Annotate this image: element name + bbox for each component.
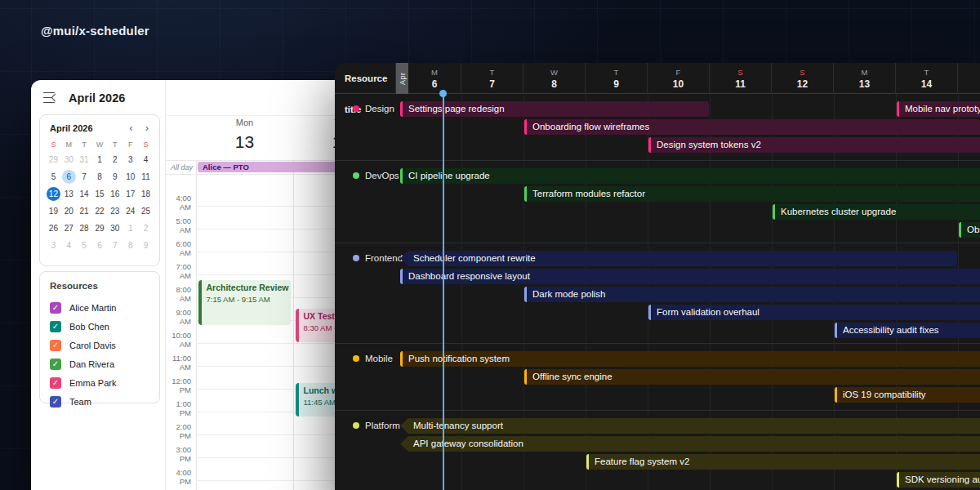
- resource-item[interactable]: ✓Alice Martin: [50, 298, 149, 317]
- mini-calendar-day[interactable]: 10: [122, 168, 138, 185]
- mini-calendar-day[interactable]: 23: [107, 203, 122, 220]
- mini-calendar-day[interactable]: 29: [92, 220, 108, 237]
- timeline-event[interactable]: CI pipeline upgrade: [400, 168, 980, 184]
- timeline-resource-name: Platform: [365, 418, 400, 434]
- mini-calendar-day[interactable]: 29: [46, 151, 61, 168]
- mini-calendar-day[interactable]: 27: [61, 220, 77, 237]
- timeline-event[interactable]: Offline sync engine: [524, 369, 980, 385]
- mini-calendar-day[interactable]: 16: [107, 185, 122, 203]
- resource-name: Dan Rivera: [69, 359, 114, 369]
- hour-label: 11:00 AM: [165, 354, 191, 372]
- timeline-event[interactable]: Settings page redesign: [400, 101, 709, 117]
- mini-calendar-day[interactable]: 9: [138, 237, 154, 254]
- mini-calendar-day[interactable]: 12: [46, 185, 61, 203]
- mini-calendar-day[interactable]: 7: [77, 168, 92, 185]
- next-month-icon[interactable]: ›: [145, 124, 149, 132]
- mini-calendar-day[interactable]: 25: [138, 203, 154, 220]
- hour-label: 9:00 AM: [165, 308, 191, 326]
- weekday-label: S: [138, 138, 154, 151]
- mini-calendar-day[interactable]: 9: [107, 168, 122, 185]
- resource-checkbox[interactable]: ✓: [50, 396, 61, 408]
- hour-label: 4:00 AM: [165, 194, 191, 212]
- timeline-event[interactable]: Onboarding flow wireframes: [524, 119, 980, 135]
- mini-calendar-day[interactable]: 30: [61, 151, 77, 168]
- timeline-day-header: T14: [896, 63, 958, 94]
- timeline-event[interactable]: Dashboard responsive layout: [400, 269, 980, 284]
- resource-name: Bob Chen: [69, 322, 109, 332]
- resource-checkbox[interactable]: ✓: [50, 302, 61, 314]
- timeline-event[interactable]: SDK versioning automation: [897, 472, 980, 488]
- mini-calendar-day[interactable]: 20: [61, 203, 77, 220]
- mini-calendar-day[interactable]: 3: [122, 151, 138, 168]
- week-grid-vline: [293, 160, 294, 490]
- mini-calendar-day[interactable]: 18: [138, 185, 154, 203]
- mini-calendar-day[interactable]: 21: [77, 203, 92, 220]
- calendar-event[interactable]: Architecture Review7:15 AM - 9:15 AM: [198, 280, 291, 325]
- mini-calendar-day[interactable]: 30: [107, 220, 122, 237]
- mini-calendar-day[interactable]: 15: [92, 185, 108, 203]
- timeline-day-header: S12: [772, 63, 834, 94]
- resource-item[interactable]: ✓Dan Rivera: [50, 354, 149, 373]
- calendar-title: April 2026: [69, 91, 125, 105]
- timeline-event[interactable]: Form validation overhaul: [648, 305, 980, 320]
- prev-month-icon[interactable]: ‹: [129, 124, 132, 132]
- resource-item[interactable]: ✓Carol Davis: [50, 336, 149, 354]
- hour-label: 1:00 PM: [165, 399, 191, 417]
- mini-calendar-day[interactable]: 22: [92, 203, 108, 220]
- timeline-event[interactable]: Feature flag system v2: [586, 454, 980, 470]
- resource-checkbox[interactable]: ✓: [50, 321, 61, 332]
- timeline-event[interactable]: Push notification system: [400, 351, 980, 367]
- mini-calendar-day[interactable]: 7: [107, 237, 122, 254]
- mini-calendar-day[interactable]: 8: [122, 237, 138, 254]
- mini-calendar-day[interactable]: 28: [77, 220, 92, 237]
- timeline-day-number: 6: [432, 78, 438, 90]
- mini-calendar-day[interactable]: 4: [61, 237, 77, 254]
- mini-calendar-day[interactable]: 4: [138, 151, 154, 168]
- mini-calendar-day[interactable]: 31: [77, 151, 92, 168]
- timeline-day-number: 14: [921, 78, 932, 90]
- mini-calendar-day[interactable]: 1: [92, 151, 108, 168]
- mini-calendar-day[interactable]: 2: [138, 220, 154, 237]
- timeline-event[interactable]: Scheduler component rewrite: [400, 251, 957, 266]
- timeline-day-letter: T: [614, 68, 619, 77]
- mini-calendar-day[interactable]: 8: [92, 168, 108, 185]
- resource-checkbox[interactable]: ✓: [50, 377, 61, 389]
- mini-calendar-day[interactable]: 5: [46, 168, 61, 185]
- mini-calendar-day[interactable]: 13: [61, 185, 77, 203]
- hour-label: 4:00 PM: [165, 468, 191, 486]
- resource-item[interactable]: ✓Bob Chen: [50, 317, 149, 336]
- timeline-event[interactable]: Mobile nav prototype: [897, 101, 980, 117]
- timeline-event[interactable]: Observability stack: [959, 222, 980, 238]
- timeline-event[interactable]: Kubernetes cluster upgrade: [773, 204, 980, 220]
- mini-calendar-day[interactable]: 5: [77, 237, 92, 254]
- timeline-event[interactable]: Accessibility audit fixes: [835, 323, 980, 338]
- mini-calendar-day[interactable]: 1: [122, 220, 138, 237]
- hour-label: 8:00 AM: [165, 285, 191, 303]
- mini-calendar-day[interactable]: 6: [61, 168, 77, 185]
- day-header[interactable]: Mon13: [235, 118, 254, 152]
- timeline-event[interactable]: Dark mode polish: [524, 287, 980, 302]
- timeline-event[interactable]: Design system tokens v2: [648, 137, 980, 153]
- mini-calendar-day[interactable]: 6: [92, 237, 108, 254]
- timeline-event[interactable]: Terraform modules refactor: [524, 186, 980, 202]
- timeline-event[interactable]: Multi-tenancy support: [400, 418, 980, 434]
- mini-calendar-day[interactable]: 14: [77, 185, 92, 203]
- mini-calendar-day[interactable]: 11: [138, 168, 154, 185]
- mini-calendar-day[interactable]: 17: [122, 185, 138, 203]
- timeline-day-header: [958, 63, 980, 94]
- timeline-day-letter: M: [862, 68, 868, 77]
- mini-calendar-day[interactable]: 19: [46, 203, 61, 220]
- weekday-label: T: [107, 138, 122, 151]
- resource-item[interactable]: ✓Team: [50, 392, 149, 411]
- resource-checkbox[interactable]: ✓: [50, 359, 61, 370]
- mini-calendar-day[interactable]: 2: [107, 151, 122, 168]
- timeline-event[interactable]: iOS 19 compatibility: [835, 387, 980, 403]
- mini-calendar-day[interactable]: 24: [122, 203, 138, 220]
- resource-item[interactable]: ✓Emma Park: [50, 373, 149, 392]
- menu-open-icon[interactable]: [43, 92, 58, 104]
- mini-calendar-day[interactable]: 26: [46, 220, 61, 237]
- hour-label: 12:00 PM: [165, 376, 191, 394]
- resource-checkbox[interactable]: ✓: [50, 340, 61, 351]
- mini-calendar-day[interactable]: 3: [46, 237, 61, 254]
- timeline-event[interactable]: API gateway consolidation: [400, 436, 980, 452]
